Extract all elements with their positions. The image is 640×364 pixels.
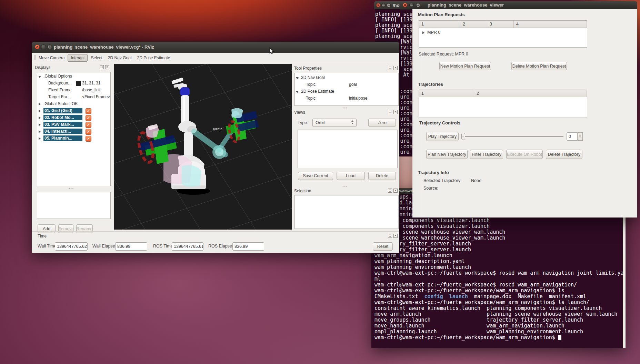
panel-close-icon[interactable]: ✕ — [393, 110, 398, 114]
mpr-row-label[interactable]: MPR 0 — [427, 30, 440, 35]
tree-row-2d-pose-estimate[interactable]: 2D Pose Estimate — [295, 88, 398, 95]
tree-row-fixed-frame[interactable]: Fixed Frame/base_link — [37, 87, 110, 94]
tree-row-05-plannnin[interactable]: 05. Plannnin...✓ — [37, 135, 110, 142]
expander-icon[interactable] — [39, 137, 41, 140]
splitter-handle[interactable]: ▪▪▪ — [69, 186, 74, 190]
wall-elapsed-input[interactable]: 836.99 — [115, 242, 147, 251]
toolbar-item-select[interactable]: Select — [88, 54, 104, 62]
slider-handle[interactable] — [461, 133, 465, 140]
enabled-checkbox[interactable]: ✓ — [86, 136, 91, 142]
close-icon[interactable]: ✕ — [35, 44, 40, 49]
tree-row-backgroun[interactable]: Backgroun...31, 31, 31 — [37, 80, 110, 87]
tree-row-2d-nav-goal[interactable]: 2D Nav Goal — [295, 74, 398, 81]
expander-icon[interactable] — [39, 103, 41, 105]
column-header-2[interactable]: 2 — [474, 90, 587, 97]
displays-property-box[interactable] — [37, 192, 111, 219]
displays-tree[interactable]: .Global OptionsBackgroun...31, 31, 31Fix… — [37, 72, 111, 186]
tree-row-04-interacti[interactable]: 04. Interacti...✓ — [37, 128, 110, 135]
panel-close-icon[interactable]: ✕ — [393, 234, 398, 238]
toolbar-item-move-camera[interactable]: Move Camera — [36, 54, 67, 62]
minimize-icon[interactable]: ─ — [381, 3, 386, 7]
collapse-icon[interactable] — [38, 76, 41, 78]
tree-row-target-fra[interactable]: Target Fra...<Fixed Frame> — [37, 94, 110, 101]
expander-icon[interactable] — [39, 117, 41, 119]
maximize-icon[interactable]: ▢ — [387, 3, 391, 7]
collapse-icon[interactable] — [296, 77, 299, 79]
enabled-checkbox[interactable]: ✓ — [86, 129, 91, 135]
wall-time-input[interactable]: 1396447765.62 — [55, 242, 88, 251]
panel-float-icon[interactable]: ❏ — [388, 189, 392, 193]
interactive-marker-right[interactable] — [226, 108, 259, 143]
tree-row-value[interactable]: /base_link — [82, 88, 101, 92]
spinbox-arrows[interactable] — [578, 132, 583, 141]
views-zero-button[interactable]: Zero — [368, 119, 396, 127]
toolbar-grip[interactable] — [34, 55, 36, 60]
maximize-icon[interactable]: ▢ — [416, 3, 420, 7]
panel-close-icon[interactable]: ✕ — [105, 65, 109, 69]
panel-float-icon[interactable]: ❏ — [388, 110, 392, 114]
selection-box[interactable] — [294, 195, 399, 229]
expander-icon[interactable] — [422, 31, 424, 34]
column-header-4[interactable]: 4 — [514, 21, 587, 28]
new-motion-plan-request-button[interactable]: New Motion Plan Request — [439, 62, 491, 70]
maximize-icon[interactable]: ▢ — [47, 44, 52, 49]
panel-close-icon[interactable]: ✕ — [393, 189, 398, 193]
delete-button[interactable]: Delete — [368, 172, 396, 180]
panel-close-icon[interactable]: ✕ — [393, 66, 398, 70]
close-icon[interactable]: ✕ — [403, 3, 407, 7]
enabled-checkbox[interactable]: ✓ — [86, 115, 91, 121]
tree-row-value[interactable]: initialpose — [349, 96, 367, 101]
plan-new-trajectory-button[interactable]: Plan New Trajectory — [426, 150, 468, 159]
column-header-3[interactable]: 3 — [487, 21, 514, 28]
tree-row-global-status-ok[interactable]: .Global Status: OK — [37, 101, 110, 108]
toolbar-item-interact[interactable]: Interact — [68, 54, 88, 62]
play-trajectory-button[interactable]: Play Trajectory — [426, 132, 459, 141]
panel-float-icon[interactable]: ❏ — [388, 234, 392, 238]
collapse-icon[interactable] — [296, 91, 299, 93]
views-type-dropdown[interactable]: Orbit — [312, 119, 357, 127]
spin-down-icon[interactable] — [579, 136, 581, 138]
splitter-handle[interactable]: ▪▪▪ — [342, 184, 348, 188]
enabled-checkbox[interactable]: ✓ — [86, 122, 91, 128]
tree-row-topic[interactable]: Topicinitialpose — [295, 95, 398, 102]
tree-row-02-robot-mo[interactable]: 02. Robot Mo...✓ — [37, 114, 110, 121]
color-swatch[interactable] — [76, 81, 81, 86]
enabled-checkbox[interactable]: ✓ — [86, 108, 91, 114]
expander-icon[interactable] — [39, 123, 41, 126]
panel-float-icon[interactable]: ❏ — [100, 65, 104, 69]
mpr-table-header[interactable]: 1234 — [419, 21, 587, 28]
ros-time-input[interactable]: 1396447765.61 — [172, 242, 203, 251]
3d-viewport[interactable]: MPR 0 — [114, 64, 292, 230]
delete-trajectory-button[interactable]: Delete Trajectory — [546, 150, 582, 159]
trajectory-point-spinbox[interactable]: 0 — [567, 132, 578, 141]
tree-row-03-psv-mark[interactable]: 03. PSV Mark...✓ — [37, 121, 110, 128]
toolbar-item-2d-pose-estimate[interactable]: 2D Pose Estimate — [134, 54, 172, 62]
viewer-titlebar[interactable]: ✕ ─ ▢ planning_scene_warehouse_viewer — [400, 1, 637, 10]
minimize-icon[interactable]: ─ — [41, 44, 46, 49]
spin-up-icon[interactable] — [579, 134, 581, 135]
column-header-1[interactable]: 1 — [419, 21, 460, 28]
minimize-icon[interactable]: ─ — [409, 3, 414, 7]
splitter-handle[interactable]: ▪▪▪ — [342, 106, 348, 110]
rviz-titlebar[interactable]: ✕ ─ ▢ planning_scene_warehouse_viewer.vc… — [32, 42, 399, 53]
views-list[interactable] — [298, 130, 398, 168]
tree-row-01-grid-grid[interactable]: 01. Grid (Grid)✓ — [37, 108, 110, 114]
mpr-row[interactable]: MPR 0 — [419, 29, 587, 36]
ros-elapsed-input[interactable]: 836.99 — [232, 242, 264, 251]
panel-float-icon[interactable]: ❏ — [388, 66, 392, 70]
save-current-button[interactable]: Save Current — [298, 172, 333, 180]
tree-row-value[interactable]: <Fixed Frame> — [82, 94, 110, 99]
tool-properties-tree[interactable]: 2D Nav GoalTopicgoal2D Pose EstimateTopi… — [294, 73, 399, 106]
trajectories-table-header[interactable]: 12 — [419, 90, 587, 97]
column-header-2[interactable]: 2 — [460, 21, 487, 28]
tree-row-global-options[interactable]: .Global Options — [37, 73, 110, 80]
trajectory-slider[interactable] — [461, 132, 564, 141]
tree-row-value[interactable]: goal — [349, 82, 357, 87]
time-reset-button[interactable]: Reset — [373, 242, 393, 251]
tree-row-topic[interactable]: Topicgoal — [295, 81, 398, 88]
filter-trajectory-button[interactable]: Filter Trajectory — [470, 150, 503, 159]
expander-icon[interactable] — [39, 110, 41, 112]
close-icon[interactable]: ✕ — [376, 3, 380, 7]
load-button[interactable]: Load — [337, 172, 365, 180]
trajectories-table[interactable]: 12 — [419, 90, 587, 118]
